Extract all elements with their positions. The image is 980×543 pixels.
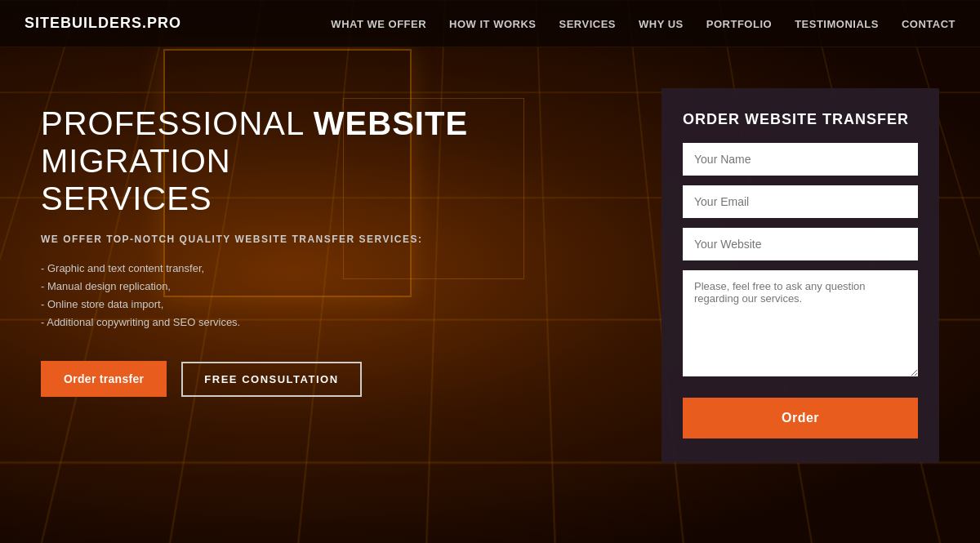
- email-input[interactable]: [683, 185, 918, 218]
- submit-button[interactable]: Order: [683, 398, 918, 438]
- hero-list: - Graphic and text content transfer, - M…: [41, 260, 629, 332]
- headline-part1: PROFESSIONAL: [41, 105, 314, 141]
- nav-testimonials[interactable]: TESTIMONIALS: [795, 18, 879, 30]
- hero-subtext: WE OFFER TOP-NOTCH QUALITY WEBSITE TRANS…: [41, 234, 629, 245]
- order-transfer-button[interactable]: Order transfer: [41, 361, 167, 397]
- headline-bold: WEBSITE: [314, 105, 468, 141]
- nav-services[interactable]: SERVICES: [559, 18, 617, 30]
- order-form: Order: [683, 143, 918, 438]
- list-item: - Additional copywriting and SEO service…: [41, 314, 629, 332]
- nav-why-us[interactable]: WHY US: [639, 18, 684, 30]
- list-item: - Manual design replication,: [41, 278, 629, 296]
- nav-what-we-offer[interactable]: WHAT WE OFFER: [331, 18, 426, 30]
- navbar: SITEBUILDERS.PRO WHAT WE OFFER HOW IT WO…: [0, 0, 980, 47]
- nav-how-it-works[interactable]: HOW IT WORKS: [449, 18, 536, 30]
- nav-links: WHAT WE OFFER HOW IT WORKS SERVICES WHY …: [331, 16, 956, 31]
- headline-part2: MIGRATIONSERVICES: [41, 143, 231, 216]
- main-content: PROFESSIONAL WEBSITE MIGRATIONSERVICES W…: [0, 47, 980, 463]
- form-title: ORDER WEBSITE TRANSFER: [683, 111, 918, 128]
- hero-headline: PROFESSIONAL WEBSITE MIGRATIONSERVICES: [41, 105, 629, 217]
- nav-portfolio[interactable]: PORTFOLIO: [706, 18, 772, 30]
- nav-contact[interactable]: CONTACT: [902, 18, 956, 30]
- list-item: - Graphic and text content transfer,: [41, 260, 629, 278]
- website-input[interactable]: [683, 228, 918, 260]
- free-consultation-button[interactable]: FREE CONSULTATION: [181, 362, 361, 397]
- hero-buttons: Order transfer FREE CONSULTATION: [41, 361, 629, 397]
- list-item: - Online store data import,: [41, 296, 629, 314]
- name-input[interactable]: [683, 143, 918, 176]
- message-textarea[interactable]: [683, 270, 918, 376]
- brand-logo[interactable]: SITEBUILDERS.PRO: [24, 15, 181, 32]
- hero-section: PROFESSIONAL WEBSITE MIGRATIONSERVICES W…: [41, 88, 629, 397]
- order-form-panel: ORDER WEBSITE TRANSFER Order: [662, 88, 939, 463]
